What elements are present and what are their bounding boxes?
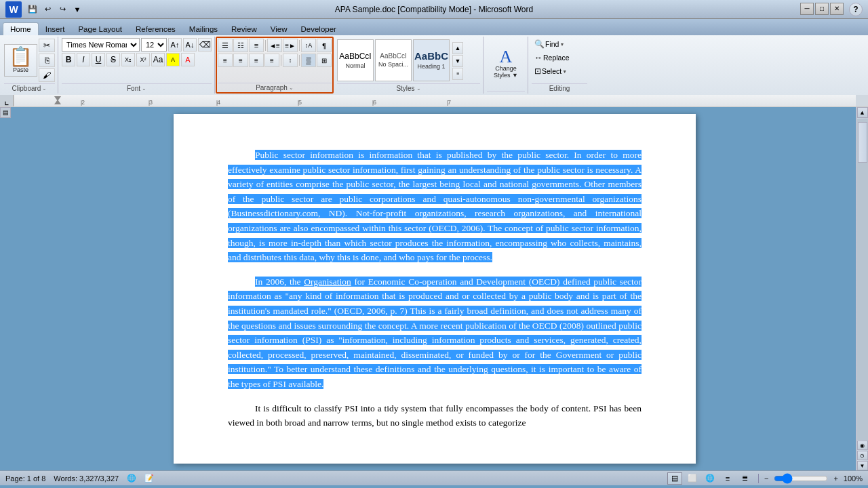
change-styles-button[interactable]: A ChangeStyles ▼ bbox=[491, 45, 521, 82]
full-reading-view-button[interactable]: ⬜ bbox=[685, 472, 700, 485]
font-name-select[interactable]: Times New Roman Arial Calibri bbox=[62, 38, 140, 52]
multilevel-list-button[interactable]: ≡ bbox=[249, 39, 264, 52]
scroll-up-button[interactable]: ▲ bbox=[857, 107, 868, 118]
cut-button[interactable]: ✂ bbox=[39, 39, 55, 52]
underline-button[interactable]: U bbox=[92, 53, 105, 66]
document-page[interactable]: Public sector information is information… bbox=[174, 114, 696, 464]
shrink-font-button[interactable]: A↓ bbox=[183, 38, 197, 52]
editing-group-content: 🔍 Find ▼ ↔ Replace ⊡ Select ▼ bbox=[532, 38, 587, 82]
redo-button[interactable]: ↪ bbox=[56, 3, 69, 16]
zoom-out-icon: − bbox=[764, 474, 768, 483]
show-formatting-button[interactable]: ¶ bbox=[317, 39, 332, 52]
highlight-color-button[interactable]: A bbox=[166, 53, 180, 66]
find-button[interactable]: 🔍 Find ▼ bbox=[532, 38, 567, 50]
change-case-button[interactable]: Aa bbox=[151, 53, 165, 66]
clear-formatting-button[interactable]: ⌫ bbox=[198, 38, 212, 52]
para1-selected: Public sector information is information… bbox=[228, 150, 642, 262]
styles-scroll-up[interactable]: ▲ bbox=[452, 42, 463, 54]
font-color-button[interactable]: A bbox=[181, 53, 195, 66]
ruler-corner[interactable]: ⌞ bbox=[0, 95, 14, 106]
numbering-button[interactable]: ☷ bbox=[233, 39, 248, 52]
paragraph-expander[interactable]: ⌄ bbox=[289, 85, 294, 91]
scroll-thumb[interactable] bbox=[858, 122, 867, 163]
styles-expander[interactable]: ⌄ bbox=[416, 85, 421, 92]
justify-button[interactable]: ≡ bbox=[264, 54, 279, 67]
status-right: ▤ ⬜ 🌐 ≡ ≣ − + 100% bbox=[667, 472, 863, 485]
title-bar-left: W 💾 ↩ ↪ ▼ bbox=[5, 1, 84, 18]
grow-font-button[interactable]: A↑ bbox=[168, 38, 182, 52]
paragraph-group: ☰ ☷ ≡ ◄≡ ≡► ↕A ¶ ≡ ≡ ≡ ≡ ↕ ▒ ⊞ bbox=[216, 37, 334, 94]
style-nospace-button[interactable]: AaBbCcI No Spaci... bbox=[375, 39, 412, 81]
scroll-prev-page[interactable]: ◉ bbox=[857, 441, 868, 450]
select-label: Select bbox=[542, 67, 561, 75]
change-styles-group-label bbox=[487, 91, 525, 92]
increase-indent-button[interactable]: ≡► bbox=[283, 39, 298, 52]
page-indicator: Page: 1 of 8 bbox=[5, 474, 45, 483]
quick-access-toolbar: 💾 ↩ ↪ ▼ bbox=[26, 3, 84, 16]
font-size-select[interactable]: 12 10 14 16 bbox=[141, 38, 167, 52]
zoom-slider[interactable] bbox=[774, 474, 828, 483]
bullets-button[interactable]: ☰ bbox=[218, 39, 233, 52]
superscript-button[interactable]: X² bbox=[136, 53, 150, 66]
scroll-next-page[interactable]: ▼ bbox=[857, 461, 868, 470]
select-button[interactable]: ⊡ Select ▼ bbox=[532, 65, 570, 77]
styles-more[interactable]: ≡ bbox=[452, 68, 463, 80]
minimize-button[interactable]: ─ bbox=[800, 3, 814, 15]
line-spacing-button[interactable]: ↕ bbox=[283, 54, 298, 67]
customize-qat-button[interactable]: ▼ bbox=[71, 3, 84, 16]
para2-selected: In 2006, the Organisation for Economic C… bbox=[228, 277, 642, 389]
scroll-next-object-select[interactable]: ⊙ bbox=[857, 451, 868, 460]
italic-button[interactable]: I bbox=[77, 53, 90, 66]
tab-references[interactable]: References bbox=[129, 23, 182, 35]
scroll-mini-buttons: ◉ ⊙ ▼ bbox=[857, 441, 868, 470]
font-expander[interactable]: ⌄ bbox=[142, 85, 146, 92]
outline-view-button[interactable]: ≡ bbox=[720, 472, 735, 485]
subscript-button[interactable]: X₂ bbox=[121, 53, 135, 66]
borders-button[interactable]: ⊞ bbox=[317, 54, 332, 67]
align-right-button[interactable]: ≡ bbox=[249, 54, 264, 67]
tab-view[interactable]: View bbox=[264, 23, 294, 35]
maximize-button[interactable]: □ bbox=[815, 3, 829, 15]
align-center-button[interactable]: ≡ bbox=[233, 54, 248, 67]
font-group-label: Font ⌄ bbox=[62, 83, 212, 92]
paragraph-2[interactable]: In 2006, the Organisation for Economic C… bbox=[228, 274, 642, 392]
save-button[interactable]: 💾 bbox=[26, 3, 39, 16]
tab-developer[interactable]: Developer bbox=[294, 23, 342, 35]
align-left-button[interactable]: ≡ bbox=[218, 54, 233, 67]
shading-button[interactable]: ▒ bbox=[301, 54, 316, 67]
paragraph-group-label: Paragraph ⌄ bbox=[218, 83, 332, 92]
paste-icon: 📋 bbox=[9, 47, 33, 66]
undo-button[interactable]: ↩ bbox=[41, 3, 54, 16]
web-layout-view-button[interactable]: 🌐 bbox=[703, 472, 717, 485]
layout-indicator[interactable]: ▤ bbox=[0, 107, 11, 118]
tab-review[interactable]: Review bbox=[224, 23, 264, 35]
para3-text: It is difficult to classify PSI into a t… bbox=[228, 403, 642, 428]
decrease-indent-button[interactable]: ◄≡ bbox=[267, 39, 282, 52]
strikethrough-button[interactable]: S bbox=[106, 53, 120, 66]
svg-text:6: 6 bbox=[373, 99, 376, 106]
sort-button[interactable]: ↕A bbox=[301, 39, 316, 52]
tab-home[interactable]: Home bbox=[3, 22, 39, 35]
paragraph-1[interactable]: Public sector information is information… bbox=[228, 148, 642, 265]
tab-page-layout[interactable]: Page Layout bbox=[71, 23, 129, 35]
paste-button[interactable]: 📋 Paste bbox=[4, 44, 37, 77]
font-group-content: Times New Roman Arial Calibri 12 10 14 1… bbox=[62, 38, 212, 82]
svg-text:7: 7 bbox=[448, 99, 451, 106]
tab-insert[interactable]: Insert bbox=[39, 23, 72, 35]
copy-button[interactable]: ⎘ bbox=[39, 54, 55, 67]
bold-button[interactable]: B bbox=[62, 53, 75, 66]
tab-mailings[interactable]: Mailings bbox=[182, 23, 224, 35]
styles-scroll-down[interactable]: ▼ bbox=[452, 55, 463, 67]
replace-button[interactable]: ↔ Replace bbox=[532, 52, 572, 64]
close-button[interactable]: ✕ bbox=[830, 3, 844, 15]
clipboard-expander[interactable]: ⌄ bbox=[42, 85, 47, 92]
help-button[interactable]: ? bbox=[849, 3, 863, 16]
scroll-track[interactable] bbox=[857, 119, 868, 440]
vertical-scrollbar[interactable]: ▲ ◉ ⊙ ▼ bbox=[856, 107, 868, 470]
draft-view-button[interactable]: ≣ bbox=[738, 472, 753, 485]
style-heading1-button[interactable]: AaBbC Heading 1 bbox=[413, 39, 450, 81]
print-layout-view-button[interactable]: ▤ bbox=[667, 472, 682, 485]
style-normal-button[interactable]: AaBbCcI Normal bbox=[337, 39, 374, 81]
paragraph-3[interactable]: It is difficult to classify PSI into a t… bbox=[228, 401, 642, 430]
format-painter-button[interactable]: 🖌 bbox=[39, 68, 55, 82]
